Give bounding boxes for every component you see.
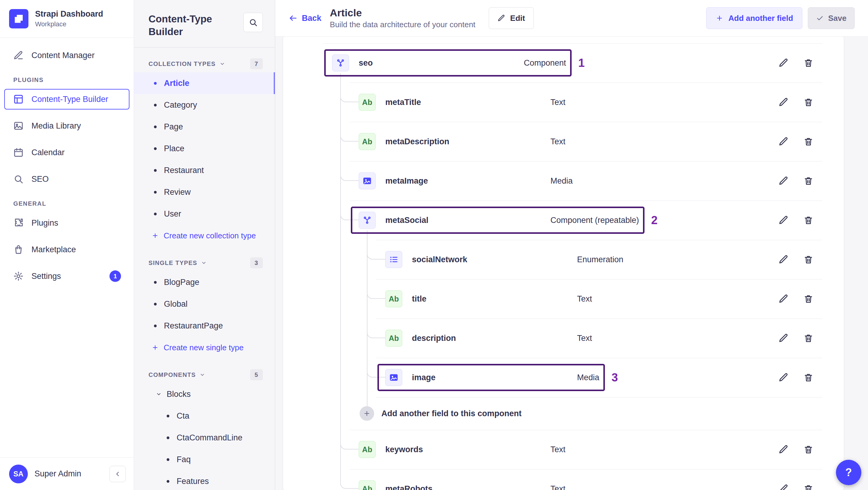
edit-field-button[interactable] [778, 254, 789, 265]
edit-field-button[interactable] [778, 136, 789, 147]
tree-connector-elbow [367, 291, 385, 299]
collection-types-item-category[interactable]: Category [134, 94, 275, 116]
row-actions [778, 293, 814, 305]
group-header-collection-types[interactable]: COLLECTION TYPES7 [149, 58, 263, 69]
field-name: metaSocial [385, 216, 429, 225]
delete-field-button[interactable] [803, 136, 814, 147]
component-item-cta[interactable]: Cta [134, 405, 275, 427]
delete-field-button[interactable] [803, 254, 814, 265]
add-another-field-button[interactable]: Add another field [706, 7, 802, 29]
sidebar-item-content-manager[interactable]: Content Manager [4, 45, 129, 66]
fields-card: seoComponent1AbmetaTitleTextAbmetaDescri… [283, 37, 844, 490]
chevron-down-icon [201, 260, 207, 266]
single-types-item-restaurantpage[interactable]: RestaurantPage [134, 315, 275, 337]
pencil-icon [497, 14, 505, 22]
row-divider [376, 358, 822, 358]
delete-field-button[interactable] [803, 372, 814, 383]
save-button[interactable]: Save [808, 7, 855, 29]
add-field-to-component-row[interactable]: Add another field to this component [323, 397, 822, 430]
group-count-badge: 5 [250, 369, 263, 380]
tree-connector-elbow [367, 252, 385, 259]
pencil-icon [778, 215, 789, 225]
help-button[interactable]: ? [836, 460, 861, 485]
item-label: Faq [177, 455, 191, 464]
field-row-description: AbdescriptionText [323, 318, 822, 358]
single-types-item-blogpage[interactable]: BlogPage [134, 271, 275, 293]
text-icon: Ab [385, 330, 402, 347]
add-field-label: Add another field to this component [381, 409, 521, 418]
create-new-single-type-link[interactable]: Create new single type [134, 337, 275, 359]
pen-icon [13, 50, 24, 61]
delete-field-button[interactable] [803, 332, 814, 344]
main-content: Back Article Build the data architecture… [275, 0, 868, 490]
field-row-socialNetwork: socialNetworkEnumeration [323, 240, 822, 279]
edit-field-button[interactable] [778, 372, 789, 383]
component-item-features[interactable]: Features [134, 470, 275, 490]
field-name: image [412, 373, 435, 382]
delete-field-button[interactable] [803, 175, 814, 187]
delete-field-button[interactable] [803, 57, 814, 69]
add-field-plus-icon[interactable] [360, 406, 374, 421]
search-button[interactable] [244, 13, 263, 32]
item-label: Page [164, 122, 183, 131]
group-header-single-types[interactable]: SINGLE TYPES3 [149, 257, 263, 268]
edit-button[interactable]: Edit [489, 7, 534, 29]
bullet-icon [154, 303, 157, 306]
single-types-item-global[interactable]: Global [134, 293, 275, 315]
collection-types-item-user[interactable]: User [134, 203, 275, 225]
delete-field-button[interactable] [803, 483, 814, 490]
delete-field-button[interactable] [803, 96, 814, 108]
component-category-blocks[interactable]: Blocks [134, 383, 275, 405]
item-label: Review [164, 187, 191, 197]
field-type: Text [577, 294, 592, 304]
edit-field-button[interactable] [778, 57, 789, 69]
delete-field-button[interactable] [803, 214, 814, 226]
edit-field-button[interactable] [778, 293, 789, 305]
row-actions [778, 332, 814, 344]
bullet-icon [154, 191, 157, 193]
delete-field-button[interactable] [803, 293, 814, 305]
edit-field-button[interactable] [778, 483, 789, 490]
collection-types-item-page[interactable]: Page [134, 116, 275, 137]
collapse-sidebar-button[interactable] [110, 466, 126, 482]
field-type: Media [577, 373, 599, 382]
workspace-subtitle: Workplace [35, 20, 103, 28]
bullet-icon [154, 82, 157, 85]
sidebar-item-calendar[interactable]: Calendar [4, 142, 129, 163]
sidebar-item-marketplace[interactable]: Marketplace [4, 239, 129, 260]
component-item-ctacommandline[interactable]: CtaCommandLine [134, 427, 275, 449]
item-label: Category [164, 100, 197, 110]
sidebar-item-plugins[interactable]: Plugins [4, 213, 129, 233]
edit-field-button[interactable] [778, 332, 789, 344]
field-name: socialNetwork [412, 255, 467, 264]
edit-field-button[interactable] [778, 175, 789, 187]
field-row-metaDescription: AbmetaDescriptionText [323, 122, 822, 161]
field-type: Text [551, 98, 565, 107]
row-divider [350, 83, 822, 83]
sidebar-item-settings[interactable]: Settings1 [4, 266, 129, 286]
collection-types-item-place[interactable]: Place [134, 137, 275, 159]
tree-connector-elbow [340, 94, 359, 102]
field-row-metaTitle: AbmetaTitleText [323, 83, 822, 122]
edit-field-button[interactable] [778, 96, 789, 108]
field-name: seo [359, 58, 373, 68]
component-item-faq[interactable]: Faq [134, 449, 275, 470]
delete-field-button[interactable] [803, 444, 814, 455]
collection-types-item-restaurant[interactable]: Restaurant [134, 159, 275, 181]
title-block: Article Build the data architecture of y… [330, 7, 475, 29]
trash-icon [803, 254, 813, 265]
edit-field-button[interactable] [778, 444, 789, 455]
main-nav: Content ManagerPLUGINSContent-Type Build… [0, 38, 134, 457]
edit-field-button[interactable] [778, 214, 789, 226]
group-header-components[interactable]: COMPONENTS5 [149, 369, 263, 380]
type-groups: COLLECTION TYPES7ArticleCategoryPagePlac… [134, 58, 275, 490]
field-row-metaRobots: AbmetaRobotsText [323, 469, 822, 490]
sidebar-item-seo[interactable]: SEO [4, 169, 129, 189]
collection-types-item-article[interactable]: Article [134, 72, 275, 94]
create-new-collection-type-link[interactable]: Create new collection type [134, 225, 275, 246]
sidebar-item-media-library[interactable]: Media Library [4, 116, 129, 136]
bullet-icon [154, 213, 157, 215]
sidebar-item-content-type-builder[interactable]: Content-Type Builder [4, 89, 129, 110]
back-link[interactable]: Back [288, 13, 321, 23]
collection-types-item-review[interactable]: Review [134, 181, 275, 203]
